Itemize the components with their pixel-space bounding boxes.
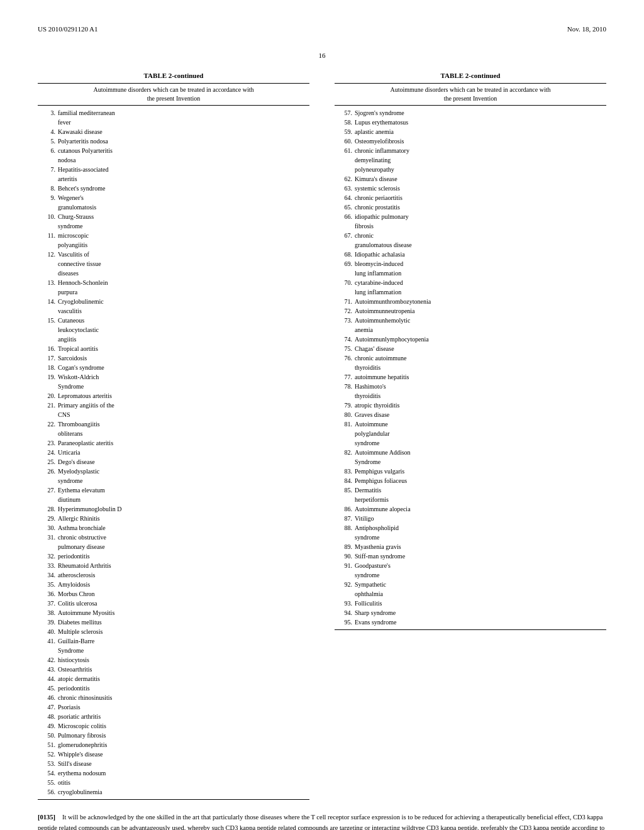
- right-table-rows: 57.Sjogren's syndrome58.Lupus erythemato…: [335, 108, 606, 627]
- table-row: 16.Tropical aortitis: [38, 344, 309, 353]
- row-number: 67.: [335, 231, 352, 250]
- row-number: 24.: [38, 448, 55, 457]
- table-row: 42.histiocytosis: [38, 655, 309, 665]
- row-number: 4.: [38, 127, 55, 136]
- row-text: periodontitis: [58, 551, 309, 561]
- row-number: 35.: [38, 580, 55, 589]
- row-number: 74.: [335, 335, 352, 344]
- row-text: Primary angiitis of theCNS: [58, 401, 309, 419]
- table-row: 88.Antiphospholipidsyndrome: [335, 523, 606, 542]
- row-number: 61.: [335, 146, 352, 174]
- row-text: autoimmune hepatitis: [355, 372, 606, 382]
- table-row: 9.Wegener'sgranulomatosis: [38, 193, 309, 212]
- row-number: 92.: [335, 580, 352, 599]
- row-number: 73.: [335, 316, 352, 335]
- row-text: Cogan's syndrome: [58, 363, 309, 372]
- row-text: aplastic anemia: [355, 127, 606, 136]
- table-row: 91.Goodpasture'ssyndrome: [335, 561, 606, 580]
- table-row: 66.idiopathic pulmonaryfibrosis: [335, 212, 606, 231]
- table-row: 74.Autoimmunlymphocytopenia: [335, 335, 606, 344]
- row-text: atherosclerosis: [58, 570, 309, 580]
- row-text: chronic rhinosinusitis: [58, 693, 309, 702]
- row-text: Sarcoidosis: [58, 353, 309, 363]
- table-row: 95.Evans syndrome: [335, 617, 606, 627]
- table-row: 3.familial mediterraneanfever: [38, 108, 309, 127]
- table-row: 58.Lupus erythematosus: [335, 118, 606, 127]
- table-row: 32.periodontitis: [38, 551, 309, 561]
- table-row: 37.Colitis ulcerosa: [38, 599, 309, 608]
- table-row: 87.Vitiligo: [335, 514, 606, 523]
- table-row: 48.psoriatic arthritis: [38, 712, 309, 721]
- table-row: 49.Microscopic colitis: [38, 721, 309, 731]
- table-row: 22.Thromboangiitisobliterans: [38, 419, 309, 438]
- row-text: chronic prostatitis: [355, 202, 606, 212]
- row-text: Hyperimmunoglobulin D: [58, 504, 309, 514]
- row-text: Rheumatoid Arthritis: [58, 561, 309, 570]
- row-number: 65.: [335, 202, 352, 212]
- row-text: microscopicpolyangiitis: [58, 231, 309, 250]
- left-table: TABLE 2-continued Autoimmune disorders w…: [38, 72, 309, 800]
- row-number: 41.: [38, 636, 55, 655]
- row-number: 43.: [38, 665, 55, 674]
- row-number: 33.: [38, 561, 55, 570]
- row-text: chronic periaortitis: [355, 193, 606, 202]
- table-row: 62.Kimura's disease: [335, 174, 606, 184]
- row-text: Guillain-BarreSyndrome: [58, 636, 309, 655]
- row-number: 32.: [38, 551, 55, 561]
- right-table-title: TABLE 2-continued: [335, 72, 606, 79]
- row-text: Colitis ulcerosa: [58, 599, 309, 608]
- row-text: Autoimmunhemolyticanemia: [355, 316, 606, 335]
- table-row: 84.Pemphigus foliaceus: [335, 476, 606, 485]
- row-text: Churg-Strausssyndrome: [58, 212, 309, 231]
- table-row: 17.Sarcoidosis: [38, 353, 309, 363]
- row-text: bleomycin-inducedlung inflammation: [355, 259, 606, 278]
- table-row: 85.Dermatitisherpetiformis: [335, 485, 606, 504]
- table-row: 31.chronic obstructivepulmonary disease: [38, 533, 309, 551]
- table-row: 24.Urticaria: [38, 448, 309, 457]
- row-number: 46.: [38, 693, 55, 702]
- row-number: 25.: [38, 457, 55, 467]
- row-number: 9.: [38, 193, 55, 212]
- table-row: 76.chronic autoimmunethyroiditis: [335, 353, 606, 372]
- row-text: Myelodysplasticsyndrome: [58, 467, 309, 485]
- row-number: 86.: [335, 504, 352, 514]
- row-text: Autoimmune alopecia: [355, 504, 606, 514]
- row-text: Autoimmune Myositis: [58, 608, 309, 617]
- table-row: 43.Osteoarthritis: [38, 665, 309, 674]
- row-number: 81.: [335, 419, 352, 448]
- right-table-subtitle: Autoimmune disorders which can be treate…: [335, 83, 606, 106]
- table-row: 60.Osteomyelofibrosis: [335, 136, 606, 146]
- table-row: 10.Churg-Strausssyndrome: [38, 212, 309, 231]
- row-number: 37.: [38, 599, 55, 608]
- row-number: 13.: [38, 278, 55, 297]
- row-number: 70.: [335, 278, 352, 297]
- row-number: 23.: [38, 438, 55, 448]
- row-text: Graves disase: [355, 410, 606, 419]
- table-row: 27.Eythema elevatumdiutinum: [38, 485, 309, 504]
- row-text: Autoimmunneutropenia: [355, 306, 606, 316]
- row-text: Osteomyelofibrosis: [355, 136, 606, 146]
- row-text: Polyarteritis nodosa: [58, 136, 309, 146]
- table-row: 46.chronic rhinosinusitis: [38, 693, 309, 702]
- patent-number: US 2010/0291120 A1: [38, 25, 98, 33]
- row-number: 94.: [335, 608, 352, 617]
- row-number: 95.: [335, 617, 352, 627]
- row-text: Pemphigus foliaceus: [355, 476, 606, 485]
- row-number: 29.: [38, 514, 55, 523]
- table-row: 45.periodontitis: [38, 683, 309, 693]
- table-row: 86.Autoimmune alopecia: [335, 504, 606, 514]
- row-number: 82.: [335, 448, 352, 467]
- page: US 2010/0291120 A1 Nov. 18, 2010 16 TABL…: [0, 0, 644, 830]
- table-row: 94.Sharp syndrome: [335, 608, 606, 617]
- row-text: chronic autoimmunethyroiditis: [355, 353, 606, 372]
- row-number: 62.: [335, 174, 352, 184]
- table-row: 89.Myasthenia gravis: [335, 542, 606, 551]
- table-row: 39.Diabetes mellitus: [38, 617, 309, 627]
- row-text: psoriatic arthritis: [58, 712, 309, 721]
- row-number: 28.: [38, 504, 55, 514]
- row-number: 83.: [335, 467, 352, 476]
- paragraph-container: [0135] It will be acknowledged by the on…: [38, 812, 606, 830]
- table-row: 69.bleomycin-inducedlung inflammation: [335, 259, 606, 278]
- row-text: Kimura's disease: [355, 174, 606, 184]
- row-number: 21.: [38, 401, 55, 419]
